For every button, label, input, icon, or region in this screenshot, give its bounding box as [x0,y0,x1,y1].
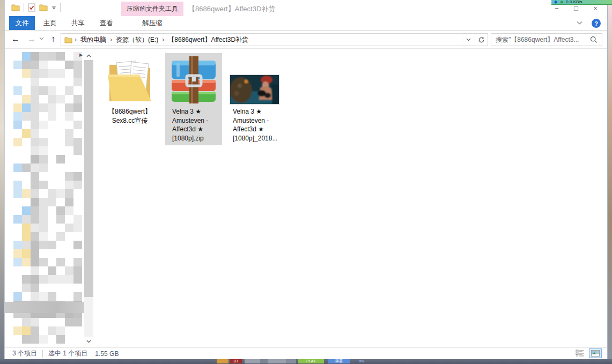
net-speed-value: 0.0 KB/s [566,0,582,4]
search-icon[interactable] [590,36,598,43]
selection-size: 1.55 GB [95,350,119,358]
address-folder-icon [64,36,72,43]
search-input[interactable] [496,36,590,43]
refresh-icon[interactable] [475,34,488,46]
download-diamond-icon: ◆ [554,0,557,4]
peek-link-text: link [353,359,370,363]
status-bar: 3 个项目 选中 1 个项目 1.55 GB [5,347,607,359]
ribbon-tab-row: 文件 主页 共享 查看 解压缩 ? [5,16,607,31]
window-title: 【8686qwert】Affect3D补货 [188,4,275,14]
peek-bt-badge: BT [230,359,242,363]
net-speed-widget: ◆ ◆ 0.0 KB/s [551,0,612,5]
tab-home[interactable]: 主页 [38,16,62,30]
file-item-image[interactable]: Velna 3 ★ Amusteven - Affect3d ★ [1080p]… [226,53,283,145]
toolbar-separator [24,3,24,12]
desktop-background-left [0,0,4,364]
view-buttons [576,348,602,358]
address-dropdown-chevron-icon[interactable] [462,34,475,46]
file-label: Velna 3 ★ Amusteven - Affect3d ★ [1080p]… [165,107,222,143]
scroll-up-arrow-icon[interactable] [84,51,93,60]
peek-orange-icon [217,359,228,363]
tree-expander-icon[interactable]: ▶ [79,53,83,57]
tab-extract[interactable]: 解压缩 [121,16,183,30]
large-icons-view-button-active[interactable] [589,348,602,358]
navigation-pane[interactable]: ▶ [5,49,84,347]
selection-count: 选中 1 个项目 [48,349,87,358]
details-view-icon[interactable] [576,350,585,357]
quick-access-toolbar [11,3,61,12]
peek-text-smear [245,359,296,363]
background-window-strip: BT PLAY 字幕 link [0,359,612,364]
file-label: Velna 3 ★ Amusteven - Affect3d ★ [1080p]… [226,107,283,143]
file-item-folder[interactable]: 【8686qwert】 Sex8.cc宣传 [101,53,158,145]
breadcrumb-this-pc[interactable]: 我的电脑 [77,35,110,44]
breadcrumb-current-folder[interactable]: 【8686qwert】Affect3D补货 [164,35,252,44]
folder-icon[interactable] [11,4,20,11]
back-button[interactable]: ← [11,34,20,44]
properties-check-icon[interactable] [28,3,35,12]
scroll-down-arrow-icon[interactable] [84,337,93,346]
items-count: 3 个项目 [12,349,37,358]
search-box [491,33,602,46]
navigation-scrollbar[interactable] [84,51,93,346]
tab-view[interactable]: 查看 [94,16,118,30]
navigation-pane-censored-band [5,302,92,313]
desktop-background-right [608,0,612,364]
toolbar-separator [60,3,61,12]
folder-large-icon [101,53,158,105]
tab-file[interactable]: 文件 [9,16,35,30]
forward-button[interactable]: → [27,34,36,44]
status-divider [42,350,43,358]
peek-subtitle-button[interactable]: 字幕 [328,359,350,363]
navigation-pane-censored-mosaic [13,52,82,344]
up-button[interactable]: ↑ [51,34,55,44]
help-button[interactable]: ? [592,19,601,28]
explorer-window: 压缩的文件夹工具 【8686qwert】Affect3D补货 − □ × 文件 … [4,0,608,359]
history-dropdown-chevron-icon[interactable] [39,37,44,40]
new-folder-icon[interactable] [39,4,48,11]
address-bar-row: ← → ↑ › 我的电脑 › 资源（软）(E:) › 【8686qwert】Af… [5,31,607,49]
collapse-ribbon-chevron-icon[interactable] [577,21,582,25]
peek-play-button[interactable]: PLAY [298,359,324,363]
address-box[interactable]: › 我的电脑 › 资源（软）(E:) › 【8686qwert】Affect3D… [61,33,488,46]
address-box-controls [462,34,488,46]
main-area: ▶ [5,49,607,347]
image-thumbnail [226,53,283,105]
file-label: 【8686qwert】 Sex8.cc宣传 [101,107,158,125]
contextual-tab-header: 压缩的文件夹工具 [121,2,183,16]
tab-share[interactable]: 共享 [66,16,90,30]
file-item-zip-selected[interactable]: Velna 3 ★ Amusteven - Affect3d ★ [1080p]… [165,53,222,145]
nav-scrollbar-thumb[interactable] [84,60,93,297]
customize-toolbar-chevron-icon[interactable] [51,5,56,10]
title-bar: 压缩的文件夹工具 【8686qwert】Affect3D补货 − □ × [5,0,607,16]
upload-diamond-icon: ◆ [560,0,563,4]
breadcrumb-drive-e[interactable]: 资源（软）(E:) [112,35,162,44]
winrar-archive-icon [165,53,222,105]
